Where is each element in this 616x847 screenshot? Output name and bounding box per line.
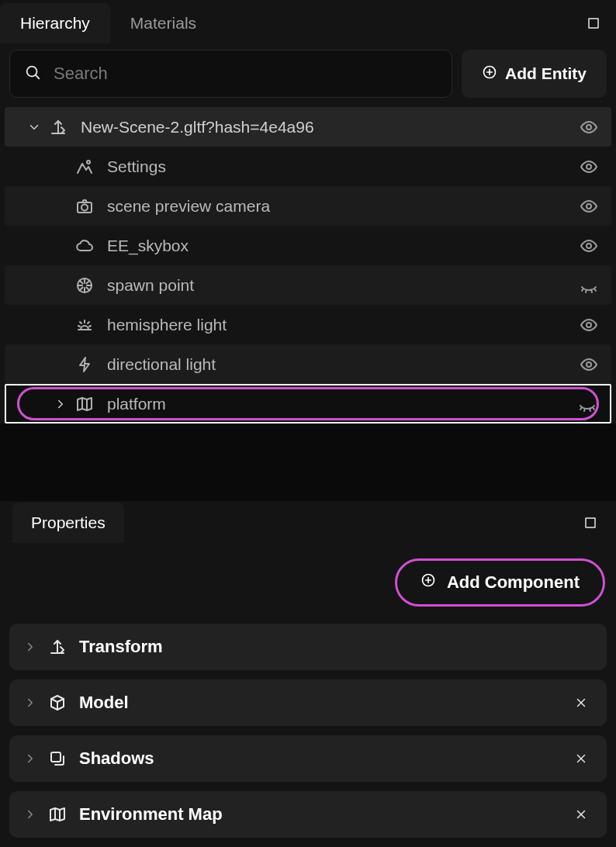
chevron-right-icon[interactable] (17, 696, 43, 710)
tree-item-platform[interactable]: platform (5, 384, 611, 424)
visibility-toggle[interactable] (576, 355, 602, 374)
component-label: Model (79, 693, 569, 713)
add-component-row: Add Component (0, 544, 616, 624)
tree-item-label: EE_skybox (107, 237, 576, 255)
tree-item-label: scene preview camera (107, 197, 576, 216)
axes-icon (43, 638, 71, 656)
hierarchy-panel: Hierarchy Materials Add Entity (0, 0, 616, 424)
properties-header: Properties (0, 501, 616, 544)
tabs-row: Hierarchy Materials (0, 3, 616, 43)
tree-item-label: directional light (107, 355, 576, 374)
add-entity-button[interactable]: Add Entity (462, 50, 607, 98)
tab-materials[interactable]: Materials (110, 3, 216, 43)
add-component-button[interactable]: Add Component (395, 558, 605, 607)
component-label: Environment Map (79, 804, 569, 825)
expand-panel-icon[interactable] (587, 16, 600, 30)
component-label: Shadows (79, 748, 569, 769)
tab-properties[interactable]: Properties (12, 503, 124, 543)
visibility-toggle[interactable] (576, 276, 602, 295)
visibility-toggle[interactable] (576, 118, 602, 137)
tree-item-label: platform (107, 395, 574, 413)
plus-circle-icon (482, 64, 497, 84)
remove-component-button[interactable] (569, 807, 593, 821)
tree-root[interactable]: New-Scene-2.gltf?hash=4e4a96 (5, 107, 611, 147)
tree-item-directional-light[interactable]: directional light (5, 344, 611, 384)
camera-icon (71, 197, 98, 216)
shadows-icon (43, 749, 71, 768)
bolt-icon (71, 355, 98, 374)
axes-icon (45, 118, 71, 137)
chevron-right-icon[interactable] (50, 397, 71, 411)
tree-item-label: spawn point (107, 276, 576, 295)
add-entity-label: Add Entity (505, 64, 587, 83)
map-icon (71, 395, 98, 413)
properties-panel: Properties Add Component Transform Model (0, 501, 616, 847)
tree-item-spawn-point[interactable]: spawn point (5, 265, 611, 305)
add-component-label: Add Component (447, 572, 580, 593)
component-label: Transform (79, 637, 593, 657)
component-transform[interactable]: Transform (9, 624, 607, 670)
tree-item-scene-preview-camera[interactable]: scene preview camera (5, 186, 611, 226)
map-icon (43, 805, 71, 824)
search-row: Add Entity (0, 43, 616, 105)
chevron-right-icon[interactable] (17, 640, 43, 654)
visibility-toggle[interactable] (576, 237, 602, 255)
tree-item-hemisphere-light[interactable]: hemisphere light (5, 305, 611, 344)
visibility-toggle[interactable] (576, 197, 602, 216)
component-model[interactable]: Model (9, 679, 607, 726)
search-icon (24, 64, 41, 84)
chevron-right-icon[interactable] (17, 807, 43, 821)
visibility-toggle[interactable] (576, 157, 602, 176)
tree-item-label: Settings (107, 157, 576, 176)
tree-item-settings[interactable]: Settings (5, 147, 611, 186)
mountain-icon (71, 157, 98, 176)
tree-root-label: New-Scene-2.gltf?hash=4e4a96 (81, 118, 576, 137)
tab-hierarchy[interactable]: Hierarchy (0, 3, 110, 43)
visibility-toggle[interactable] (574, 395, 600, 413)
cloud-icon (71, 237, 98, 255)
component-list: Transform Model Shadows Environment Map (0, 624, 616, 847)
expand-panel-icon[interactable] (583, 516, 597, 530)
sunrise-icon (71, 316, 98, 334)
tree-item-label: hemisphere light (107, 316, 576, 334)
tree-item-ee-skybox[interactable]: EE_skybox (5, 226, 611, 265)
component-environment-map[interactable]: Environment Map (9, 791, 607, 838)
cube-icon (43, 693, 71, 712)
visibility-toggle[interactable] (576, 316, 602, 334)
remove-component-button[interactable] (569, 696, 593, 710)
scene-tree: New-Scene-2.gltf?hash=4e4a96 Settings sc… (0, 105, 616, 424)
aperture-icon (71, 276, 98, 295)
search-input[interactable] (54, 64, 438, 84)
plus-circle-icon (420, 572, 436, 593)
remove-component-button[interactable] (569, 752, 593, 766)
chevron-down-icon[interactable] (23, 120, 45, 134)
search-box[interactable] (9, 50, 452, 98)
chevron-right-icon[interactable] (17, 752, 43, 766)
component-shadows[interactable]: Shadows (9, 735, 607, 782)
